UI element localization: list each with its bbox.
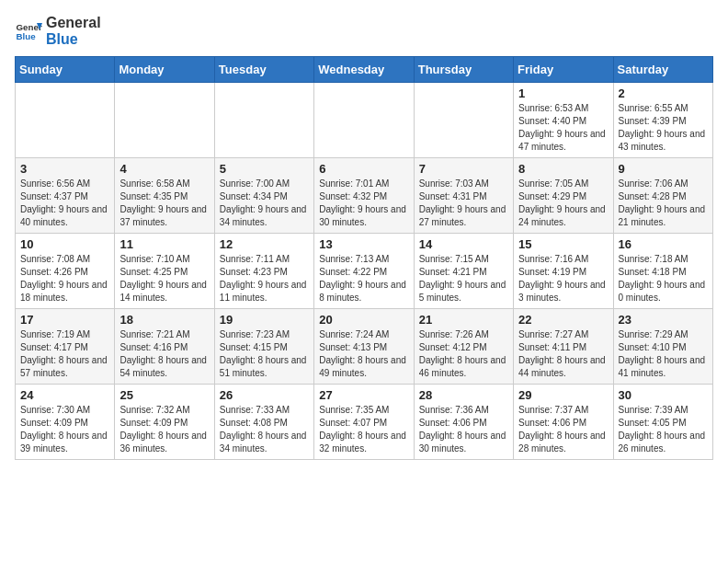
calendar-row-1: 3Sunrise: 6:56 AM Sunset: 4:37 PM Daylig… bbox=[16, 158, 713, 234]
day-info: Sunrise: 7:24 AM Sunset: 4:13 PM Dayligh… bbox=[319, 328, 408, 380]
day-number: 4 bbox=[119, 162, 209, 176]
weekday-header-sunday: Sunday bbox=[16, 57, 115, 83]
day-info: Sunrise: 7:18 AM Sunset: 4:18 PM Dayligh… bbox=[619, 253, 708, 304]
calendar-body: 1Sunrise: 6:53 AM Sunset: 4:40 PM Daylig… bbox=[16, 83, 713, 460]
day-info: Sunrise: 7:13 AM Sunset: 4:22 PM Dayligh… bbox=[319, 253, 408, 304]
day-number: 30 bbox=[619, 388, 708, 402]
day-info: Sunrise: 7:03 AM Sunset: 4:31 PM Dayligh… bbox=[419, 178, 508, 229]
weekday-header-saturday: Saturday bbox=[613, 57, 712, 83]
day-number: 28 bbox=[419, 388, 508, 402]
weekday-header-thursday: Thursday bbox=[414, 57, 513, 83]
day-info: Sunrise: 7:01 AM Sunset: 4:32 PM Dayligh… bbox=[319, 178, 408, 229]
calendar-cell: 22Sunrise: 7:27 AM Sunset: 4:11 PM Dayli… bbox=[514, 309, 613, 385]
day-info: Sunrise: 7:26 AM Sunset: 4:12 PM Dayligh… bbox=[419, 328, 508, 380]
logo-general: General bbox=[46, 15, 101, 31]
calendar-cell: 14Sunrise: 7:15 AM Sunset: 4:21 PM Dayli… bbox=[414, 234, 513, 309]
calendar-cell: 30Sunrise: 7:39 AM Sunset: 4:05 PM Dayli… bbox=[613, 385, 712, 460]
weekday-header-tuesday: Tuesday bbox=[214, 57, 313, 83]
day-number: 6 bbox=[319, 162, 408, 176]
day-info: Sunrise: 7:08 AM Sunset: 4:26 PM Dayligh… bbox=[20, 253, 109, 304]
day-info: Sunrise: 7:23 AM Sunset: 4:15 PM Dayligh… bbox=[220, 328, 309, 380]
calendar-table: SundayMondayTuesdayWednesdayThursdayFrid… bbox=[15, 56, 713, 460]
weekday-header-monday: Monday bbox=[115, 57, 214, 83]
day-info: Sunrise: 6:56 AM Sunset: 4:37 PM Dayligh… bbox=[20, 178, 109, 229]
day-info: Sunrise: 7:29 AM Sunset: 4:10 PM Dayligh… bbox=[619, 328, 708, 380]
logo-blue: Blue bbox=[46, 31, 101, 48]
day-number: 3 bbox=[20, 162, 109, 176]
day-info: Sunrise: 7:11 AM Sunset: 4:23 PM Dayligh… bbox=[220, 253, 309, 304]
calendar-row-0: 1Sunrise: 6:53 AM Sunset: 4:40 PM Daylig… bbox=[16, 83, 713, 158]
day-info: Sunrise: 7:33 AM Sunset: 4:08 PM Dayligh… bbox=[220, 404, 309, 455]
svg-text:Blue: Blue bbox=[17, 31, 37, 41]
calendar-cell: 5Sunrise: 7:00 AM Sunset: 4:34 PM Daylig… bbox=[214, 158, 313, 234]
day-number: 20 bbox=[319, 313, 408, 327]
calendar-cell: 12Sunrise: 7:11 AM Sunset: 4:23 PM Dayli… bbox=[214, 234, 313, 309]
calendar-cell: 8Sunrise: 7:05 AM Sunset: 4:29 PM Daylig… bbox=[514, 158, 613, 234]
day-info: Sunrise: 7:06 AM Sunset: 4:28 PM Dayligh… bbox=[619, 178, 708, 229]
day-number: 16 bbox=[619, 237, 708, 251]
day-number: 22 bbox=[518, 313, 608, 327]
day-number: 26 bbox=[220, 388, 309, 402]
day-number: 21 bbox=[419, 313, 508, 327]
day-info: Sunrise: 7:10 AM Sunset: 4:25 PM Dayligh… bbox=[119, 253, 209, 304]
day-number: 23 bbox=[619, 313, 708, 327]
day-number: 2 bbox=[619, 86, 708, 100]
day-info: Sunrise: 7:32 AM Sunset: 4:09 PM Dayligh… bbox=[119, 404, 209, 455]
calendar-cell: 2Sunrise: 6:55 AM Sunset: 4:39 PM Daylig… bbox=[613, 83, 712, 158]
calendar-cell: 26Sunrise: 7:33 AM Sunset: 4:08 PM Dayli… bbox=[214, 385, 313, 460]
day-number: 1 bbox=[518, 86, 608, 100]
calendar-cell: 16Sunrise: 7:18 AM Sunset: 4:18 PM Dayli… bbox=[613, 234, 712, 309]
day-number: 14 bbox=[419, 237, 508, 251]
calendar-cell: 21Sunrise: 7:26 AM Sunset: 4:12 PM Dayli… bbox=[414, 309, 513, 385]
calendar-cell: 27Sunrise: 7:35 AM Sunset: 4:07 PM Dayli… bbox=[314, 385, 414, 460]
calendar-cell: 9Sunrise: 7:06 AM Sunset: 4:28 PM Daylig… bbox=[613, 158, 712, 234]
calendar-cell: 28Sunrise: 7:36 AM Sunset: 4:06 PM Dayli… bbox=[414, 385, 513, 460]
calendar-cell: 20Sunrise: 7:24 AM Sunset: 4:13 PM Dayli… bbox=[314, 309, 414, 385]
calendar-cell: 23Sunrise: 7:29 AM Sunset: 4:10 PM Dayli… bbox=[613, 309, 712, 385]
calendar-cell: 24Sunrise: 7:30 AM Sunset: 4:09 PM Dayli… bbox=[16, 385, 115, 460]
calendar-cell: 18Sunrise: 7:21 AM Sunset: 4:16 PM Dayli… bbox=[115, 309, 214, 385]
day-info: Sunrise: 7:36 AM Sunset: 4:06 PM Dayligh… bbox=[419, 404, 508, 455]
calendar-row-3: 17Sunrise: 7:19 AM Sunset: 4:17 PM Dayli… bbox=[16, 309, 713, 385]
day-info: Sunrise: 7:00 AM Sunset: 4:34 PM Dayligh… bbox=[220, 178, 309, 229]
day-info: Sunrise: 7:05 AM Sunset: 4:29 PM Dayligh… bbox=[518, 178, 608, 229]
calendar-row-2: 10Sunrise: 7:08 AM Sunset: 4:26 PM Dayli… bbox=[16, 234, 713, 309]
calendar-cell: 4Sunrise: 6:58 AM Sunset: 4:35 PM Daylig… bbox=[115, 158, 214, 234]
calendar-row-4: 24Sunrise: 7:30 AM Sunset: 4:09 PM Dayli… bbox=[16, 385, 713, 460]
day-info: Sunrise: 6:55 AM Sunset: 4:39 PM Dayligh… bbox=[619, 102, 708, 154]
day-number: 29 bbox=[518, 388, 608, 402]
calendar-cell: 3Sunrise: 6:56 AM Sunset: 4:37 PM Daylig… bbox=[16, 158, 115, 234]
page-header: General Blue General Blue bbox=[15, 15, 713, 47]
day-info: Sunrise: 7:35 AM Sunset: 4:07 PM Dayligh… bbox=[319, 404, 408, 455]
day-number: 12 bbox=[220, 237, 309, 251]
day-info: Sunrise: 7:37 AM Sunset: 4:06 PM Dayligh… bbox=[518, 404, 608, 455]
day-number: 27 bbox=[319, 388, 408, 402]
weekday-header-row: SundayMondayTuesdayWednesdayThursdayFrid… bbox=[16, 57, 713, 83]
day-number: 9 bbox=[619, 162, 708, 176]
calendar-cell: 29Sunrise: 7:37 AM Sunset: 4:06 PM Dayli… bbox=[514, 385, 613, 460]
calendar-cell: 11Sunrise: 7:10 AM Sunset: 4:25 PM Dayli… bbox=[115, 234, 214, 309]
logo: General Blue General Blue bbox=[15, 15, 101, 47]
day-number: 11 bbox=[119, 237, 209, 251]
day-number: 7 bbox=[419, 162, 508, 176]
calendar-cell bbox=[314, 83, 414, 158]
day-info: Sunrise: 7:16 AM Sunset: 4:19 PM Dayligh… bbox=[518, 253, 608, 304]
day-info: Sunrise: 7:39 AM Sunset: 4:05 PM Dayligh… bbox=[619, 404, 708, 455]
day-number: 5 bbox=[220, 162, 309, 176]
day-info: Sunrise: 6:53 AM Sunset: 4:40 PM Dayligh… bbox=[518, 102, 608, 154]
day-number: 8 bbox=[518, 162, 608, 176]
calendar-cell: 1Sunrise: 6:53 AM Sunset: 4:40 PM Daylig… bbox=[514, 83, 613, 158]
calendar-cell: 13Sunrise: 7:13 AM Sunset: 4:22 PM Dayli… bbox=[314, 234, 414, 309]
day-number: 10 bbox=[20, 237, 109, 251]
calendar-cell bbox=[214, 83, 313, 158]
day-number: 25 bbox=[119, 388, 209, 402]
day-number: 17 bbox=[20, 313, 109, 327]
calendar-cell: 19Sunrise: 7:23 AM Sunset: 4:15 PM Dayli… bbox=[214, 309, 313, 385]
weekday-header-wednesday: Wednesday bbox=[314, 57, 414, 83]
weekday-header-friday: Friday bbox=[514, 57, 613, 83]
day-info: Sunrise: 6:58 AM Sunset: 4:35 PM Dayligh… bbox=[119, 178, 209, 229]
calendar-cell: 7Sunrise: 7:03 AM Sunset: 4:31 PM Daylig… bbox=[414, 158, 513, 234]
day-info: Sunrise: 7:30 AM Sunset: 4:09 PM Dayligh… bbox=[20, 404, 109, 455]
calendar-cell: 15Sunrise: 7:16 AM Sunset: 4:19 PM Dayli… bbox=[514, 234, 613, 309]
calendar-cell: 17Sunrise: 7:19 AM Sunset: 4:17 PM Dayli… bbox=[16, 309, 115, 385]
